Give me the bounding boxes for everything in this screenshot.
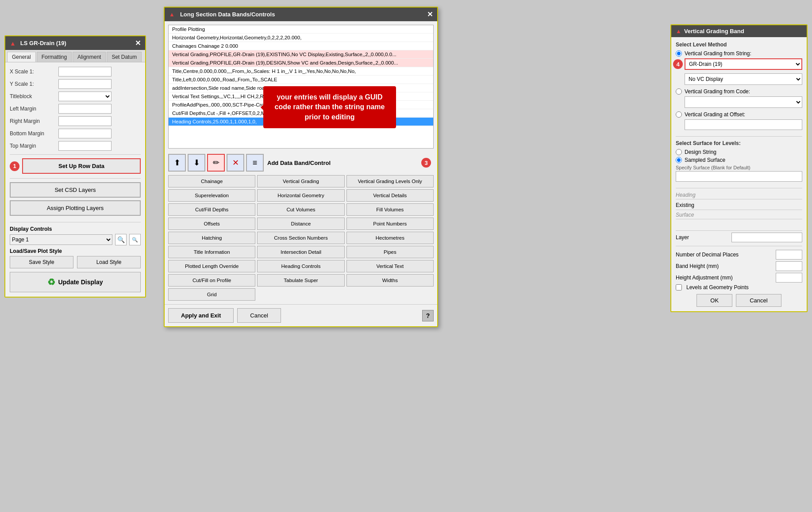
layer-input[interactable] (731, 233, 802, 242)
right-margin-input[interactable]: 30 (58, 116, 112, 126)
radio-sampled-surface[interactable] (676, 157, 682, 163)
move-down-button[interactable]: ⬇ (188, 154, 205, 172)
help-button[interactable]: ? (422, 310, 434, 321)
left-panel: ▲ LS GR-Drain (19) ✕ General Formatting … (4, 35, 146, 298)
zoom-out-icon[interactable]: 🔍 (129, 234, 141, 245)
band-offsets[interactable]: Offsets (168, 218, 255, 230)
band-cut-volumes[interactable]: Cut Volumes (257, 203, 344, 216)
top-margin-input[interactable]: 10 (58, 141, 112, 151)
band-title-information[interactable]: Title Information (168, 246, 255, 258)
save-style-button[interactable]: Save Style (10, 256, 73, 268)
left-panel-tabs: General Formatting Alignment Set Datum (5, 50, 145, 62)
y-scale-input[interactable]: 100 (58, 79, 112, 89)
band-hatching[interactable]: Hatching (168, 232, 255, 244)
radio-from-offset[interactable] (676, 111, 682, 118)
toolbar-label: Add Data Band/Control (267, 160, 331, 166)
left-margin-input[interactable]: 40 (58, 104, 112, 114)
band-height-row: Band Height (mm) 0.00 (676, 261, 802, 271)
radio-design-string-row: Design String (676, 149, 802, 155)
band-cross-section-numbers[interactable]: Cross Section Numbers (257, 232, 344, 244)
list-item[interactable]: Chainages Chainage 2 0.000 (169, 42, 433, 50)
right-panel-title-bar: ▲ Vertical Grading Band (671, 25, 807, 37)
height-adjustment-input[interactable]: 0.00 (776, 273, 802, 283)
band-distance[interactable]: Distance (257, 218, 344, 230)
field-top-margin: Top Margin 10 (10, 141, 141, 151)
decimal-places-input[interactable]: 2 (776, 250, 802, 260)
band-vertical-text[interactable]: Vertical Text (346, 260, 434, 272)
band-grid: Chainage Vertical Grading Vertical Gradi… (168, 175, 434, 301)
specify-surface-input[interactable] (676, 171, 802, 182)
page-dropdown[interactable]: Page 1 (10, 234, 112, 245)
tab-formatting[interactable]: Formatting (37, 52, 72, 62)
levels-geometry-checkbox[interactable] (676, 284, 682, 290)
list-item[interactable]: Title,Centre,0.000,0.000,,,,From,,lo,,Sc… (169, 67, 433, 76)
y-scale-label: Y Scale 1: (10, 81, 58, 87)
list-item-highlighted-2[interactable]: Vertical Grading,PROFILE,GR-Drain (19),D… (169, 59, 433, 67)
set-csd-layers-button[interactable]: Set CSD Layers (10, 182, 141, 198)
more-button[interactable]: ≡ (246, 154, 264, 172)
band-intersection-detail[interactable]: Intersection Detail (257, 246, 344, 258)
radio-from-string-row: Vertical Grading from String: (676, 50, 802, 57)
band-grid[interactable]: Grid (168, 288, 255, 301)
dialog-close-button[interactable]: ✕ (427, 10, 433, 19)
bottom-margin-input[interactable]: 20 (58, 129, 112, 138)
band-tabulate-super[interactable]: Tabulate Super (257, 274, 344, 287)
move-up-button[interactable]: ⬆ (168, 154, 186, 172)
band-point-numbers[interactable]: Point Numbers (346, 218, 434, 230)
update-display-button[interactable]: ♻ Update Display (10, 272, 141, 292)
band-widths[interactable]: Widths (346, 274, 434, 287)
band-plotted-length[interactable]: Plotted Length Override (168, 260, 255, 272)
radio-from-string[interactable] (676, 50, 682, 57)
band-chainage[interactable]: Chainage (168, 175, 255, 187)
list-item-highlighted-1[interactable]: Vertical Grading,PROFILE,GR-Drain (19),E… (169, 50, 433, 59)
band-superelevation[interactable]: Superelevation (168, 189, 255, 202)
right-cancel-button[interactable]: Cancel (736, 294, 781, 307)
left-panel-close[interactable]: ✕ (135, 39, 141, 47)
x-scale-input[interactable]: 500 (58, 67, 112, 76)
radio-from-string-label: Vertical Grading from String: (685, 50, 751, 57)
right-margin-label: Right Margin (10, 118, 58, 124)
string-dropdown[interactable]: GR-Drain (19) (685, 58, 802, 70)
band-heading-controls[interactable]: Heading Controls (257, 260, 344, 272)
field-right-margin: Right Margin 30 (10, 116, 141, 126)
titleblock-select[interactable] (58, 92, 112, 101)
delete-button[interactable]: ✕ (227, 154, 244, 172)
load-style-button[interactable]: Load Style (77, 256, 141, 268)
offset-input[interactable] (685, 119, 802, 130)
tab-set-datum[interactable]: Set Datum (107, 52, 142, 62)
assign-plotting-button[interactable]: Assign Plotting Layers (10, 200, 141, 216)
ok-button[interactable]: OK (697, 294, 732, 307)
vc-display-dropdown[interactable]: No VC Display (685, 73, 802, 85)
list-item[interactable]: Title,Left,0.000,0.000,,Road,,From,,To,,… (169, 76, 433, 84)
band-hectometres[interactable]: Hectometres (346, 232, 434, 244)
right-panel-title: Vertical Grading Band (684, 28, 744, 34)
radio-from-code[interactable] (676, 88, 682, 95)
band-height-input[interactable]: 0.00 (776, 261, 802, 271)
setup-row-data-button[interactable]: Set Up Row Data (22, 158, 141, 174)
field-x-scale: X Scale 1: 500 (10, 67, 141, 76)
zoom-in-icon[interactable]: 🔍 (115, 234, 127, 245)
list-item[interactable]: Horizontal Geometry,Horizontal,Geometry,… (169, 34, 433, 42)
radio-from-offset-label: Vertical Grading at Offset: (685, 111, 745, 118)
band-cut-fill-depths[interactable]: Cut/Fill Depths (168, 203, 255, 216)
apply-exit-button[interactable]: Apply and Exit (168, 308, 234, 323)
cancel-button[interactable]: Cancel (237, 308, 281, 323)
band-fill-volumes[interactable]: Fill Volumes (346, 203, 434, 216)
band-cut-fill-profile[interactable]: Cut/Fill on Profile (168, 274, 255, 287)
left-panel-icon: ▲ (10, 40, 16, 47)
tab-general[interactable]: General (7, 52, 36, 62)
list-item[interactable]: Profile Plotting (169, 25, 433, 34)
band-pipes[interactable]: Pipes (346, 246, 434, 258)
display-controls-row: Page 1 🔍 🔍 (10, 234, 141, 245)
band-vertical-grading-levels[interactable]: Vertical Grading Levels Only (346, 175, 434, 187)
band-vertical-details[interactable]: Vertical Details (346, 189, 434, 202)
tab-alignment[interactable]: Alignment (73, 52, 106, 62)
edit-button[interactable]: ✏ (207, 154, 225, 172)
dialog-footer: Apply and Exit Cancel ? (165, 304, 437, 326)
toolbar-row: ⬆ ⬇ ✏ ✕ ≡ Add Data Band/Control 3 (165, 152, 437, 173)
radio-design-string[interactable] (676, 149, 682, 155)
band-vertical-grading[interactable]: Vertical Grading (257, 175, 344, 187)
field-left-margin: Left Margin 40 (10, 104, 141, 114)
band-horizontal-geometry[interactable]: Horizontal Geometry (257, 189, 344, 202)
code-dropdown[interactable] (685, 96, 802, 108)
